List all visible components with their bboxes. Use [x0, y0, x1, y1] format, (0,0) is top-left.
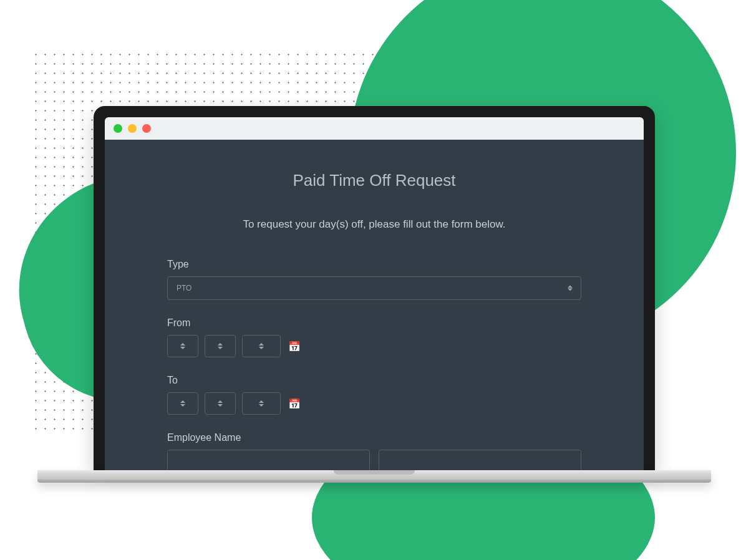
- to-field-group: To: [167, 375, 581, 415]
- from-label: From: [167, 317, 581, 329]
- traffic-light-maximize-icon[interactable]: [142, 124, 151, 133]
- laptop-notch: [334, 470, 415, 475]
- calendar-icon[interactable]: 📅: [288, 340, 301, 352]
- type-label: Type: [167, 259, 581, 270]
- type-select[interactable]: PTO: [167, 276, 581, 300]
- select-arrows-icon: [259, 400, 264, 407]
- laptop-base: [37, 470, 711, 483]
- type-select-wrapper: PTO: [167, 276, 581, 300]
- page-subtitle: To request your day(s) off, please fill …: [167, 218, 581, 231]
- to-date-row: 📅: [167, 392, 581, 415]
- from-field-group: From: [167, 317, 581, 357]
- select-arrows-icon: [180, 343, 185, 349]
- to-month-select[interactable]: [167, 392, 198, 415]
- employee-last-name-input[interactable]: [379, 450, 581, 470]
- select-arrows-icon: [218, 400, 223, 407]
- to-year-select[interactable]: [242, 392, 281, 415]
- to-label: To: [167, 375, 581, 386]
- employee-first-name-input[interactable]: [167, 450, 370, 470]
- page-title: Paid Time Off Request: [167, 171, 581, 190]
- form-container: Paid Time Off Request To request your da…: [105, 140, 644, 470]
- select-arrows-icon: [180, 400, 185, 407]
- browser-chrome-bar: [105, 117, 644, 140]
- to-day-select[interactable]: [205, 392, 236, 415]
- laptop-screen: Paid Time Off Request To request your da…: [94, 106, 655, 470]
- select-arrows-icon: [218, 343, 223, 349]
- laptop-frame: Paid Time Off Request To request your da…: [75, 106, 674, 483]
- employee-name-label: Employee Name: [167, 432, 581, 443]
- select-arrows-icon: [259, 343, 264, 349]
- from-date-row: 📅: [167, 335, 581, 357]
- from-day-select[interactable]: [205, 335, 236, 357]
- traffic-light-close-icon[interactable]: [114, 124, 122, 133]
- from-month-select[interactable]: [167, 335, 198, 357]
- employee-name-row: [167, 450, 581, 470]
- calendar-icon[interactable]: 📅: [288, 398, 301, 410]
- type-field-group: Type PTO: [167, 259, 581, 300]
- from-year-select[interactable]: [242, 335, 281, 357]
- employee-name-field-group: Employee Name: [167, 432, 581, 470]
- traffic-light-minimize-icon[interactable]: [128, 124, 137, 133]
